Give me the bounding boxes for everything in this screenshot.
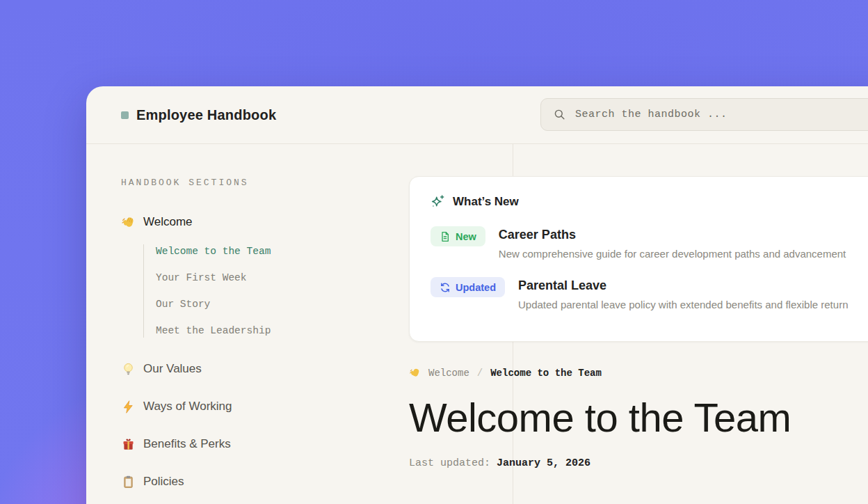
whats-new-item-title: Career Paths xyxy=(499,228,846,242)
breadcrumb-section[interactable]: Welcome xyxy=(428,368,469,379)
last-updated-label: Last updated: xyxy=(409,457,490,469)
app-logo xyxy=(121,111,129,119)
whats-new-header: What’s New xyxy=(431,194,868,209)
refresh-icon xyxy=(440,282,451,293)
sidebar-item-policies[interactable]: Policies xyxy=(121,473,513,490)
sidebar-item-label: Welcome xyxy=(143,215,193,229)
breadcrumb-page: Welcome to the Team xyxy=(490,368,602,379)
whats-new-title: What’s New xyxy=(453,195,519,209)
whats-new-item-parental-leave[interactable]: Updated Parental Leave Updated parental … xyxy=(431,278,868,310)
search-input[interactable] xyxy=(575,109,868,120)
whats-new-item-description: New comprehensive guide for career devel… xyxy=(499,248,846,260)
updated-badge: Updated xyxy=(431,277,505,297)
last-updated: Last updated: January 5, 2026 xyxy=(409,457,868,469)
whats-new-item-title: Parental Leave xyxy=(518,278,848,293)
whats-new-card: What’s New New Career Paths New comprehe… xyxy=(409,176,868,342)
clipboard-icon xyxy=(121,475,136,489)
whats-new-item-career-paths[interactable]: New Career Paths New comprehensive guide… xyxy=(431,228,868,260)
whats-new-item-text: Parental Leave Updated parental leave po… xyxy=(518,278,848,310)
lightning-bolt-icon xyxy=(121,400,136,414)
gift-icon xyxy=(121,437,136,452)
lightbulb-icon xyxy=(121,362,136,377)
sidebar-item-label: Ways of Working xyxy=(143,400,232,414)
search-bar[interactable] xyxy=(540,98,868,131)
new-badge: New xyxy=(431,226,485,246)
page-title: Welcome to the Team xyxy=(409,395,868,440)
badge-label: Updated xyxy=(456,282,496,293)
sidebar-item-label: Benefits & Perks xyxy=(143,437,231,451)
document-icon xyxy=(440,231,451,242)
wave-hand-icon xyxy=(121,215,136,230)
app-header: Employee Handbook xyxy=(86,86,868,144)
whats-new-item-text: Career Paths New comprehensive guide for… xyxy=(499,228,846,260)
app-window: Employee Handbook HANDBOOK SECTIONS xyxy=(86,86,868,504)
badge-label: New xyxy=(456,231,476,242)
sparkles-icon xyxy=(431,194,445,209)
app-title: Employee Handbook xyxy=(136,107,276,123)
article: Welcome / Welcome to the Team Welcome to… xyxy=(409,367,868,469)
sidebar-item-label: Policies xyxy=(143,475,184,489)
wave-hand-icon xyxy=(409,367,421,379)
search-icon xyxy=(553,108,566,121)
breadcrumb-separator: / xyxy=(477,368,483,379)
whats-new-item-description: Updated parental leave policy with exten… xyxy=(518,299,848,310)
sidebar-item-label: Our Values xyxy=(143,362,202,376)
last-updated-value: January 5, 2026 xyxy=(497,457,590,469)
breadcrumb: Welcome / Welcome to the Team xyxy=(409,367,868,379)
